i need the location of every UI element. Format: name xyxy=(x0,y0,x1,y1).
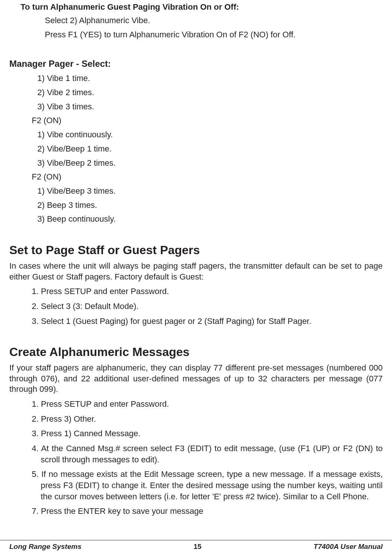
option-line: 1) Vibe continuously. xyxy=(37,129,383,140)
numbered-step: 1. Press SETUP and enter Password. xyxy=(32,399,383,410)
alphanumeric-vibe-heading: To turn Alphanumeric Guest Paging Vibrat… xyxy=(21,2,383,12)
numbered-step: 2. Press 3) Other. xyxy=(32,413,383,425)
f2-label: F2 (ON) xyxy=(32,171,383,182)
option-line: 2) Vibe/Beep 1 time. xyxy=(37,143,383,154)
option-line: 1) Vibe 1 time. xyxy=(37,73,383,84)
create-messages-intro: If your staff pagers are alphanumeric, t… xyxy=(9,363,383,395)
numbered-step: 2. Select 3 (3: Default Mode). xyxy=(32,301,383,312)
option-line: 3) Vibe 3 times. xyxy=(37,101,383,112)
option-line: 2) Beep 3 times. xyxy=(37,200,383,211)
manager-pager-title: Manager Pager - Select: xyxy=(9,59,383,69)
footer-left: Long Range Systems xyxy=(9,543,81,551)
numbered-step: 4. At the Canned Msg.# screen select F3 … xyxy=(32,443,383,465)
option-line: 2) Vibe 2 times. xyxy=(37,87,383,98)
option-line: 3) Vibe/Beep 2 times. xyxy=(37,157,383,169)
option-line: 3) Beep continuously. xyxy=(37,213,383,225)
f2-label: F2 (ON) xyxy=(32,115,383,126)
set-to-page-intro: In cases where the unit will always be p… xyxy=(9,261,383,282)
page-footer: Long Range Systems 15 T7400A User Manual xyxy=(0,540,392,551)
numbered-step: 5. If no message exists at the Edit Mess… xyxy=(32,469,383,502)
create-messages-title: Create Alphanumeric Messages xyxy=(9,345,383,359)
numbered-step: 3. Select 1 (Guest Paging) for guest pag… xyxy=(32,316,383,327)
footer-right: T7400A User Manual xyxy=(314,543,383,551)
numbered-step: 7. Press the ENTER key to save your mess… xyxy=(32,506,383,517)
instruction-line: Press F1 (YES) to turn Alphanumeric Vibr… xyxy=(45,29,383,40)
numbered-step: 1. Press SETUP and enter Password. xyxy=(32,286,383,297)
set-to-page-title: Set to Page Staff or Guest Pagers xyxy=(9,243,383,257)
option-line: 1) Vibe/Beep 3 times. xyxy=(37,185,383,197)
page-number: 15 xyxy=(193,543,201,551)
numbered-step: 3. Press 1) Canned Message. xyxy=(32,428,383,439)
instruction-line: Select 2) Alphanumeric Vibe. xyxy=(45,15,383,26)
